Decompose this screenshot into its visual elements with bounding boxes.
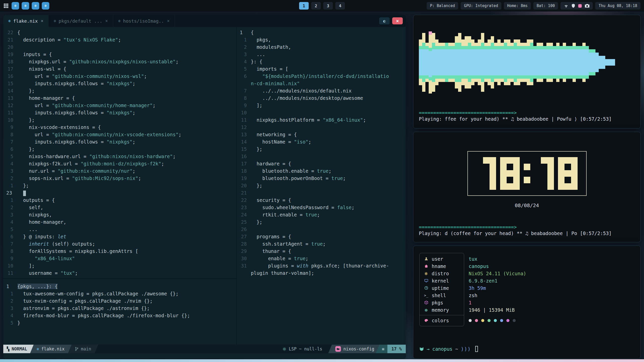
visualizer-bar: [491, 36, 494, 88]
code-line: 14 };: [3, 87, 236, 95]
code-text: };: [17, 182, 29, 189]
tab-close-icon[interactable]: ×: [105, 18, 108, 23]
visualizer-bar: [471, 39, 474, 85]
command-line[interactable]: [3, 353, 406, 359]
code-line: 25 };: [237, 218, 406, 226]
app-grid-icon[interactable]: [4, 3, 9, 8]
camera-icon[interactable]: [585, 4, 589, 8]
packages-icon: [424, 301, 429, 304]
nix-file-icon: ❄: [54, 19, 56, 23]
editor-window[interactable]: ❄flake.nix×❄pkgs/default ...×❄hosts/isoI…: [3, 15, 406, 359]
line-number: 22: [237, 197, 251, 204]
close-window-button[interactable]: ×: [392, 17, 403, 24]
code-text: inputs.nixpkgs.follows = "nixpkgs";: [17, 80, 135, 87]
pane-flake-nix[interactable]: 22{21 description = "tux's NixOS Flake";…: [3, 27, 236, 278]
line-number: 2: [3, 204, 17, 211]
audio-visualizer: [419, 28, 615, 97]
code-line: 4 firefox-mod-blur = pkgs.callPackage ./…: [3, 312, 236, 319]
line-number: [237, 80, 251, 87]
prompt-chevrons: ))): [461, 346, 471, 352]
spacer: [469, 313, 526, 317]
visualizer-bar: [438, 43, 442, 82]
fetch-divider: [420, 313, 464, 317]
pane-iso-image-nix[interactable]: 1{1 pkgs,2 modulesPath,3 ...4}: {5 impor…: [237, 27, 406, 345]
workspace-button-2[interactable]: 2: [311, 2, 321, 10]
editor-tab-flake-nix[interactable]: ❄flake.nix×: [3, 15, 49, 27]
terminal-cursor: [475, 346, 478, 352]
lsp-label: LSP ~ null-ls: [289, 346, 322, 351]
workspace-button-3[interactable]: 3: [323, 2, 333, 10]
line-number: 9: [3, 255, 17, 262]
code-line: 1{: [237, 29, 406, 36]
visualizer-bar: [481, 33, 484, 92]
workspace-button-4[interactable]: 4: [335, 2, 345, 10]
now-playing-text: Playing: d (coffee for your head) ** ♫ b…: [419, 231, 635, 236]
visualizer-terminal[interactable]: =================================> Playi…: [413, 15, 641, 128]
kernel-icon: [424, 279, 429, 282]
code-line: 14 hostName = "iso";: [237, 138, 406, 146]
code-text: {: [251, 29, 254, 36]
fetch-row-shell: >_shell: [420, 292, 464, 299]
line-number: 21: [237, 189, 251, 197]
shell-prompt[interactable]: → canopus ~ ))): [419, 346, 478, 352]
nix-tag-icon[interactable]: ❄: [22, 2, 29, 10]
code-text: username = "tux";: [17, 269, 78, 277]
prompt-hostname: canopus: [432, 346, 452, 352]
nix-tag-icon[interactable]: ❄: [42, 2, 49, 10]
visualizer-bar: [510, 43, 514, 82]
code-text: pkgs,: [251, 36, 271, 43]
editor-tab-pkgs-default-[interactable]: ❄pkgs/default ...×: [49, 15, 113, 27]
line-number: 8: [3, 131, 17, 138]
clock-terminal[interactable]: 08/08/24 ===============================…: [413, 132, 641, 242]
visualizer-bar: [520, 43, 524, 82]
line-number: 12: [3, 102, 17, 109]
line-number: 5: [3, 153, 17, 160]
code-text: sops-nix.url = "github:Mic92/sops-nix";: [17, 175, 141, 182]
code-line: 15 };: [237, 146, 406, 153]
code-line: 16: [237, 153, 406, 160]
code-line: 17 nixos-wsl = {: [3, 65, 236, 73]
code-text: enable = true;: [251, 255, 308, 262]
visualizer-bar: [563, 43, 566, 82]
scroll-progress-indicator: ≡ 17 %: [376, 345, 406, 353]
wifi-icon[interactable]: [564, 4, 569, 8]
fetch-row-kernel: kernel: [420, 277, 464, 284]
line-number: 12: [237, 124, 251, 131]
record-icon[interactable]: [578, 4, 582, 8]
code-text: n-cd-minimal.nix": [251, 80, 300, 87]
code-text: bluetooth.powerOnBoot = true;: [251, 175, 346, 182]
tab-close-icon[interactable]: ×: [167, 18, 170, 23]
code-text: nixpkgs-f2k.url = "github:moni-dz/nixpkg…: [17, 160, 164, 167]
wolf-icon: [419, 347, 424, 351]
tab-close-icon[interactable]: ×: [41, 18, 43, 23]
editor-tab-hosts-isoimag-[interactable]: ❄hosts/isoImag..×: [113, 15, 175, 27]
visualizer-bar: [609, 59, 612, 66]
power-profile-status: P: Balanced: [427, 2, 458, 10]
line-number: [237, 269, 251, 277]
line-number: 18: [3, 58, 17, 65]
line-number: 11: [237, 116, 251, 124]
nix-tag-icon[interactable]: ❄: [32, 2, 39, 10]
visualizer-bar: [559, 46, 563, 79]
fetch-terminal[interactable]: userhname❄distrokerneluptime>_shellpkgs⊕…: [413, 246, 641, 359]
code-text: nixpkgs,: [17, 211, 52, 218]
code-line: 11 username = "tux";: [3, 269, 236, 277]
code-line: 8 forAllSystems = nixpkgs.lib.genAttrs [: [3, 248, 236, 255]
shield-icon[interactable]: [572, 4, 575, 8]
code-text: nixos-wsl = {: [17, 65, 66, 73]
theme-toggle-button[interactable]: ◐: [379, 17, 390, 24]
code-text: ../../modules/nixos/desktop/awesome: [251, 95, 363, 102]
workspace-button-1[interactable]: 1: [299, 2, 309, 10]
pane-pkgs-default-nix[interactable]: 1{pkgs, ...}: {1 tux-awesome-wm-config =…: [3, 279, 236, 345]
tab-label: pkgs/default ...: [59, 18, 102, 24]
visualizer-bar: [550, 43, 553, 82]
code-text: };: [17, 87, 35, 95]
line-number: 4: [3, 218, 17, 226]
code-line: 1{pkgs, ...}: {: [3, 283, 236, 290]
statusline-right: LSP ~ null-ls nixos-config ≡ 17 %: [276, 345, 406, 353]
code-text: url = "github:nix-community/home-manager…: [17, 102, 155, 109]
code-text: firefox-mod-blur = pkgs.callPackage ./fi…: [17, 312, 190, 319]
code-line: 22 security = {: [237, 197, 406, 204]
nix-tag-icon[interactable]: ❄: [12, 2, 19, 10]
line-number: 19: [237, 175, 251, 182]
